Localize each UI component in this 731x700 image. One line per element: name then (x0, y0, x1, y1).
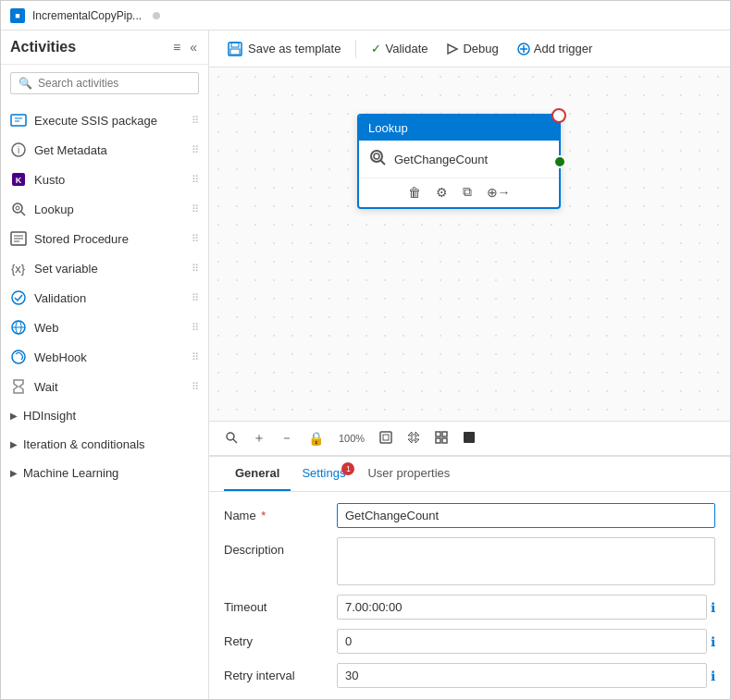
section-hdinsight[interactable]: ▶ HDInsight (1, 401, 208, 430)
lock-button[interactable]: 🔒 (304, 428, 328, 448)
description-label: Description (224, 537, 326, 557)
svg-point-28 (227, 433, 234, 440)
main-layout: Activities ≡ « 🔍 Execute SSIS p (1, 31, 730, 699)
node-configure-button[interactable]: ⚙ (432, 183, 452, 202)
wait-icon (10, 378, 27, 395)
section-machine-learning[interactable]: ▶ Machine Learning (1, 459, 208, 487)
drag-handle-get-metadata[interactable]: ⠿ (192, 144, 199, 156)
drag-handle-set-variable[interactable]: ⠿ (192, 263, 199, 275)
section-label-iteration: Iteration & conditionals (23, 437, 145, 451)
pipeline-canvas[interactable]: Lookup GetChangeCount 🗑 ⚙ ⧉ ⊕→ (209, 68, 730, 421)
activity-item-web[interactable]: Web ⠿ (1, 313, 208, 342)
zoom-100-button[interactable]: 100% (334, 430, 369, 447)
node-connect-button[interactable]: ⊕→ (483, 183, 514, 202)
description-input[interactable] (337, 537, 715, 585)
svg-rect-35 (436, 438, 440, 443)
svg-line-26 (380, 160, 385, 165)
search-input[interactable] (38, 77, 191, 90)
retry-interval-row: Retry interval ℹ (224, 663, 715, 688)
activity-label-wait: Wait (34, 380, 58, 394)
canvas-controls: ＋ － 🔒 100% (209, 421, 730, 456)
kusto-icon: K (10, 171, 27, 188)
settings-badge: 1 (341, 462, 354, 475)
retry-info-icon[interactable]: ℹ (711, 634, 715, 649)
save-as-template-button[interactable]: Save as template (220, 37, 348, 60)
svg-line-29 (233, 439, 237, 443)
drag-handle-lookup[interactable]: ⠿ (192, 203, 199, 215)
validation-icon (10, 289, 27, 306)
activity-label-get-metadata: Get Metadata (34, 143, 107, 157)
minus-button[interactable]: － (276, 427, 298, 449)
drag-handle-stored-procedure[interactable]: ⠿ (192, 233, 199, 245)
add-trigger-button[interactable]: Add trigger (510, 38, 601, 60)
validate-label: Validate (385, 42, 427, 55)
timeout-label: Timeout (224, 595, 326, 614)
retry-interval-label: Retry interval (224, 663, 326, 682)
svg-rect-30 (380, 432, 391, 443)
drag-handle-execute-ssis[interactable]: ⠿ (192, 115, 199, 127)
drag-handle-validation[interactable]: ⠿ (192, 292, 199, 304)
activity-item-wait[interactable]: Wait ⠿ (1, 372, 208, 401)
activity-item-get-metadata[interactable]: i Get Metadata ⠿ (1, 135, 208, 165)
activities-list: Execute SSIS package ⠿ i Get Metadata ⠿ (1, 102, 208, 699)
add-trigger-icon (517, 42, 530, 56)
activity-label-web: Web (34, 321, 59, 335)
section-iteration[interactable]: ▶ Iteration & conditionals (1, 430, 208, 459)
tab-user-properties[interactable]: User properties (356, 457, 461, 491)
node-type-header: Lookup (359, 116, 559, 141)
sidebar-controls: ≡ « (171, 38, 199, 56)
zoom-fit-button[interactable] (403, 428, 425, 449)
drag-handle-wait[interactable]: ⠿ (192, 381, 199, 393)
svg-rect-33 (436, 432, 440, 436)
activity-item-webhook[interactable]: WebHook ⠿ (1, 342, 208, 372)
sidebar: Activities ≡ « 🔍 Execute SSIS p (1, 31, 209, 699)
retry-interval-input[interactable] (337, 663, 707, 688)
activity-item-stored-procedure[interactable]: Stored Procedure ⠿ (1, 224, 208, 253)
search-box: 🔍 (10, 72, 199, 94)
svg-text:K: K (16, 176, 22, 185)
name-input[interactable] (337, 503, 715, 528)
timeout-info-icon[interactable]: ℹ (711, 600, 715, 615)
timeout-row: Timeout ℹ (224, 595, 715, 620)
minimap-button[interactable] (458, 428, 480, 449)
layout-button[interactable] (430, 428, 452, 449)
activity-item-set-variable[interactable]: {x} Set variable ⠿ (1, 253, 208, 283)
adf-logo: ■ (10, 8, 25, 23)
tab-settings[interactable]: Settings 1 (291, 457, 356, 491)
fit-view-button[interactable] (375, 428, 397, 449)
add-node-button[interactable]: ＋ (248, 427, 270, 449)
timeout-input[interactable] (337, 595, 707, 620)
drag-handle-kusto[interactable]: ⠿ (192, 174, 199, 186)
zoom-search-button[interactable] (220, 428, 242, 449)
collapse-panel-button[interactable]: « (188, 38, 199, 56)
collapse-left-button[interactable]: ≡ (171, 38, 182, 56)
drag-handle-web[interactable]: ⠿ (192, 322, 199, 334)
svg-marker-32 (408, 432, 419, 443)
lookup-activity-node[interactable]: Lookup GetChangeCount 🗑 ⚙ ⧉ ⊕→ (357, 114, 561, 209)
activity-item-lookup[interactable]: Lookup ⠿ (1, 194, 208, 224)
debug-button[interactable]: Debug (439, 38, 505, 60)
drag-handle-webhook[interactable]: ⠿ (192, 351, 199, 363)
retry-row: Retry ℹ (224, 629, 715, 654)
activity-label-stored-procedure: Stored Procedure (34, 232, 129, 246)
svg-rect-36 (442, 438, 447, 443)
debug-icon (446, 42, 459, 56)
execute-ssis-icon (10, 112, 27, 129)
retry-interval-info-icon[interactable]: ℹ (711, 669, 715, 683)
activity-item-execute-ssis[interactable]: Execute SSIS package ⠿ (1, 105, 208, 135)
activity-label-validation: Validation (34, 291, 86, 305)
svg-rect-20 (230, 49, 240, 55)
sidebar-header: Activities ≡ « (1, 31, 208, 65)
pipeline-title: IncrementalCopyPip... (32, 9, 142, 22)
node-delete-button[interactable]: 🗑 (404, 183, 425, 202)
activity-item-validation[interactable]: Validation ⠿ (1, 283, 208, 313)
svg-marker-21 (448, 44, 457, 54)
retry-input[interactable] (337, 629, 707, 654)
node-copy-button[interactable]: ⧉ (459, 182, 476, 202)
tab-general[interactable]: General (224, 457, 291, 491)
validate-button[interactable]: ✓ Validate (364, 38, 435, 59)
node-name: GetChangeCount (394, 153, 488, 166)
search-icon: 🔍 (19, 77, 32, 90)
activity-item-kusto[interactable]: K Kusto ⠿ (1, 165, 208, 194)
lookup-icon (10, 201, 27, 217)
